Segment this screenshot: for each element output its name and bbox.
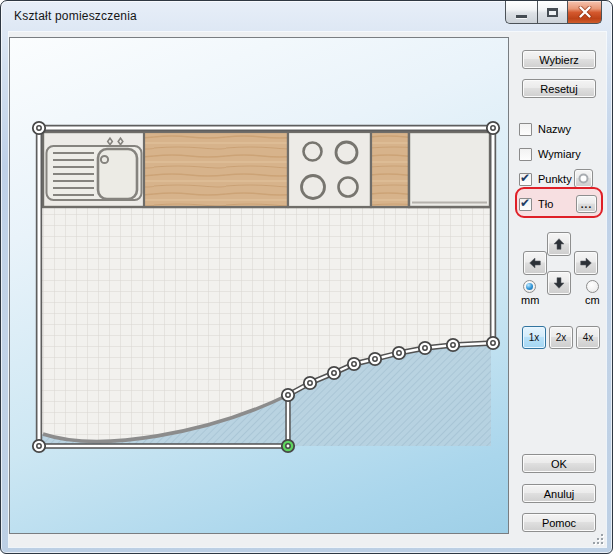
dimensions-checkbox-label: Wymiary (538, 148, 581, 160)
maximize-icon (547, 8, 558, 17)
move-left-button[interactable] (523, 251, 547, 275)
sink-icon (47, 138, 142, 200)
move-right-button[interactable] (574, 251, 598, 275)
shape-point[interactable] (447, 339, 459, 351)
background-checkbox[interactable]: ✔ (519, 198, 532, 211)
dimensions-checkbox[interactable]: ✔ (519, 148, 532, 161)
choose-button[interactable]: Wybierz (522, 50, 596, 69)
background-more-button[interactable]: ... (576, 195, 597, 213)
minimize-button[interactable] (505, 1, 537, 24)
move-up-button[interactable] (547, 232, 571, 256)
kitchen-counter-band (43, 132, 490, 207)
sink-drainer-lines (53, 153, 94, 195)
dialog-content: Wybierz Resetuj ✔ Nazwy ✔ Wymiary ✔ Punk… (9, 32, 606, 547)
shape-point[interactable] (393, 347, 405, 359)
background-checkbox-label: Tło (538, 198, 553, 210)
points-checkbox-row: ✔ Punkty (519, 172, 572, 186)
counter-wood-right (371, 132, 409, 207)
maximize-button[interactable] (537, 1, 568, 24)
shape-point[interactable] (33, 440, 45, 452)
cooktop-panel (288, 132, 371, 207)
unit-cm-label: cm (585, 294, 600, 306)
shape-point[interactable] (487, 337, 499, 349)
unit-mm-label: mm (521, 294, 539, 306)
dimensions-checkbox-row: ✔ Wymiary (519, 147, 581, 161)
shape-point[interactable] (419, 342, 431, 354)
move-down-button[interactable] (547, 271, 571, 295)
shape-point[interactable] (487, 122, 499, 134)
unit-mm-radio[interactable] (523, 280, 536, 293)
unit-cm-radio[interactable] (586, 280, 599, 293)
counter-white-cabinet (409, 132, 490, 207)
close-icon (578, 6, 592, 18)
point-circle-icon (578, 173, 589, 184)
arrow-left-icon (527, 255, 543, 271)
cancel-button[interactable]: Anuluj (522, 484, 596, 503)
title-bar[interactable]: Kształt pomieszczenia (1, 1, 612, 31)
shape-point[interactable] (282, 389, 294, 401)
background-checkbox-row: ✔ Tło (519, 197, 553, 211)
names-checkbox[interactable]: ✔ (519, 123, 532, 136)
shape-point-selected[interactable] (282, 440, 294, 452)
names-checkbox-row: ✔ Nazwy (519, 122, 571, 136)
shape-point[interactable] (33, 122, 45, 134)
arrow-right-icon (578, 255, 594, 271)
points-checkbox-label: Punkty (538, 173, 572, 185)
caption-buttons (505, 1, 602, 25)
ok-button[interactable]: OK (522, 454, 596, 473)
zoom-4x-button[interactable]: 4x (576, 326, 600, 349)
arrow-down-icon (551, 275, 567, 291)
resize-grip[interactable] (593, 534, 603, 544)
zoom-2x-button[interactable]: 2x (549, 326, 573, 349)
check-icon: ✔ (520, 171, 530, 185)
names-checkbox-label: Nazwy (538, 123, 571, 135)
points-checkbox[interactable]: ✔ (519, 173, 532, 186)
shape-point[interactable] (304, 377, 316, 389)
close-button[interactable] (568, 1, 602, 24)
window-title: Kształt pomieszczenia (14, 9, 137, 23)
help-button[interactable]: Pomoc (522, 513, 596, 532)
room-shape-dialog: Kształt pomieszczenia (0, 0, 613, 554)
counter-wood-left (144, 132, 288, 207)
zoom-1x-button[interactable]: 1x (522, 326, 546, 349)
minimize-icon (516, 15, 527, 18)
shape-point[interactable] (328, 367, 340, 379)
reset-button[interactable]: Resetuj (522, 79, 596, 98)
point-style-button[interactable] (574, 169, 593, 188)
shape-point[interactable] (348, 358, 360, 370)
arrow-up-icon (551, 236, 567, 252)
check-icon: ✔ (520, 196, 530, 210)
shape-point[interactable] (369, 353, 381, 365)
plan-canvas[interactable] (9, 37, 509, 534)
